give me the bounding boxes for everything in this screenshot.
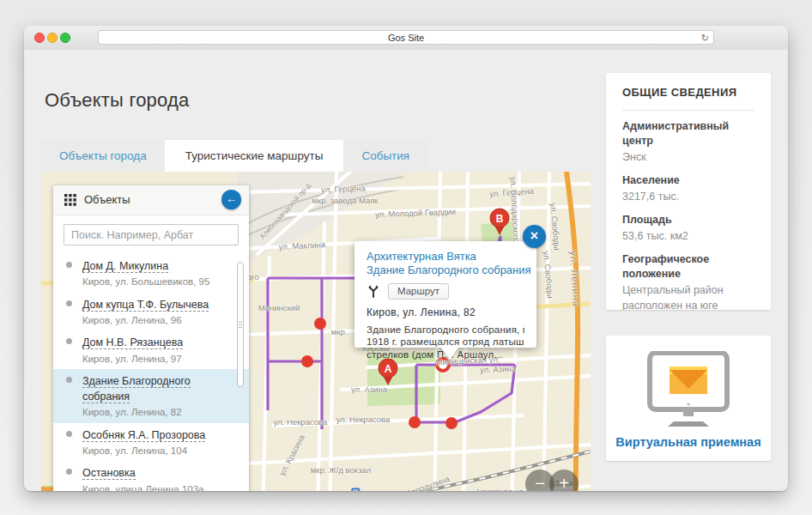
route-fork-icon — [367, 284, 380, 298]
tab-events[interactable]: События — [343, 140, 427, 172]
objects-panel-header: Объекты ← — [53, 185, 249, 215]
fact-label: Площадь — [622, 213, 754, 227]
object-address: Киров, ул. Большевиков, 95 — [82, 276, 237, 288]
list-item[interactable]: Дом купца Т.Ф. Булычева Киров, ул. Ленин… — [53, 293, 249, 331]
grid-icon — [64, 194, 76, 206]
object-address: Киров, ул. Ленина, 97 — [82, 353, 237, 365]
balloon-tail — [440, 347, 459, 360]
browser-window: Gos Site ↻ Объекты города Объекты города… — [24, 26, 788, 491]
reload-icon[interactable]: ↻ — [701, 31, 709, 45]
bullet-icon — [66, 431, 72, 437]
back-arrow-icon: ← — [226, 192, 237, 205]
virtual-reception-link[interactable]: Виртуальная приемная — [606, 435, 771, 449]
map-balloon: Архитектурная Вятка Здание Благородного … — [354, 241, 536, 348]
balloon-address: Киров, ул. Ленина, 82 — [367, 306, 524, 318]
object-title[interactable]: Дом купца Т.Ф. Булычева — [82, 299, 209, 312]
objects-list: Дом Д. Микулина Киров, ул. Большевиков, … — [53, 254, 249, 491]
general-info-card: ОБЩИЕ СВЕДЕНИЯ Административный центр Эн… — [606, 73, 771, 310]
list-item[interactable]: Дом Д. Микулина Киров, ул. Большевиков, … — [53, 254, 249, 293]
fact-value: 3217,6 тыс. — [622, 189, 754, 204]
object-title[interactable]: Здание Благородного собрания — [82, 375, 191, 403]
marker-a-letter: A — [385, 363, 392, 375]
route-row: Маршрут — [367, 283, 524, 300]
divider — [622, 110, 754, 111]
balloon-route-link[interactable]: Архитектурная Вятка — [367, 250, 524, 264]
collapse-panel-button[interactable]: ← — [221, 190, 241, 209]
bullet-icon — [66, 262, 72, 268]
bullet-icon — [66, 338, 72, 344]
balloon-object-link[interactable]: Здание Благородного собрания — [367, 264, 524, 277]
info-heading: ОБЩИЕ СВЕДЕНИЯ — [622, 86, 754, 99]
fact-value: 53,6 тыс. км2 — [622, 228, 754, 244]
virtual-reception-card[interactable]: Виртуальная приемная — [606, 336, 771, 461]
search-input[interactable] — [64, 224, 239, 245]
monitor-email-icon — [641, 351, 736, 427]
bullet-icon — [66, 300, 72, 306]
browser-toolbar: Gos Site ↻ — [24, 26, 788, 51]
list-item-selected[interactable]: Здание Благородного собрания Киров, ул. … — [53, 369, 249, 423]
balloon-close-button[interactable]: × — [523, 225, 546, 248]
object-title[interactable]: Дом Д. Микулина — [82, 260, 168, 273]
list-item[interactable]: Дом Н.В. Рязанцева Киров, ул. Ленина, 97 — [53, 330, 249, 369]
list-item[interactable]: Остановка Киров, улица Ленина 103а — [53, 461, 249, 491]
tab-bar: Объекты города Туристические маршруты Со… — [41, 140, 427, 172]
list-item[interactable]: Особняк Я.А. Прозорова Киров, ул. Ленина… — [53, 423, 249, 462]
route-button[interactable]: Маршрут — [388, 283, 449, 300]
page-content: Объекты города Объекты города Туристичес… — [24, 50, 788, 491]
fact-label: Административный центр — [622, 119, 754, 148]
page-title: Объекты города — [45, 89, 189, 112]
fact-label: Население — [622, 173, 754, 188]
tab-tourist-routes[interactable]: Туристические маршруты — [167, 140, 342, 172]
marker-b-letter: B — [496, 213, 504, 225]
page-url-title: Gos Site — [388, 33, 424, 43]
object-title[interactable]: Особняк Я.А. Прозорова — [82, 429, 205, 442]
panel-scrollbar[interactable] — [237, 262, 244, 387]
minimize-window-button[interactable] — [47, 33, 58, 43]
bullet-icon — [66, 469, 72, 475]
object-address: Киров, улица Ленина 103а — [82, 483, 237, 491]
close-window-button[interactable] — [34, 33, 45, 43]
zoom-window-button[interactable] — [60, 33, 70, 43]
object-address: Киров, ул. Ленина, 104 — [82, 445, 237, 457]
fact-value: Центральный район расположен на юге Вост… — [622, 282, 754, 310]
bullet-icon — [66, 377, 72, 383]
object-address: Киров, ул. Ленина, 96 — [82, 314, 237, 326]
balloon-description-line: Здание Благородного собрания, где в — [367, 324, 524, 336]
object-title[interactable]: Дом Н.В. Рязанцева — [82, 336, 183, 349]
address-bar[interactable]: Gos Site ↻ — [98, 30, 714, 45]
object-title[interactable]: Остановка — [82, 467, 136, 480]
object-address: Киров, ул. Ленина, 82 — [82, 406, 237, 418]
objects-panel: Объекты ← Дом Д. Микулина Киров, ул. Бол… — [53, 185, 249, 491]
fact-label: Географическое положение — [622, 252, 754, 282]
objects-panel-title: Объекты — [84, 193, 130, 206]
tab-city-objects[interactable]: Объекты города — [41, 140, 165, 172]
fact-value: Энск — [622, 149, 754, 165]
